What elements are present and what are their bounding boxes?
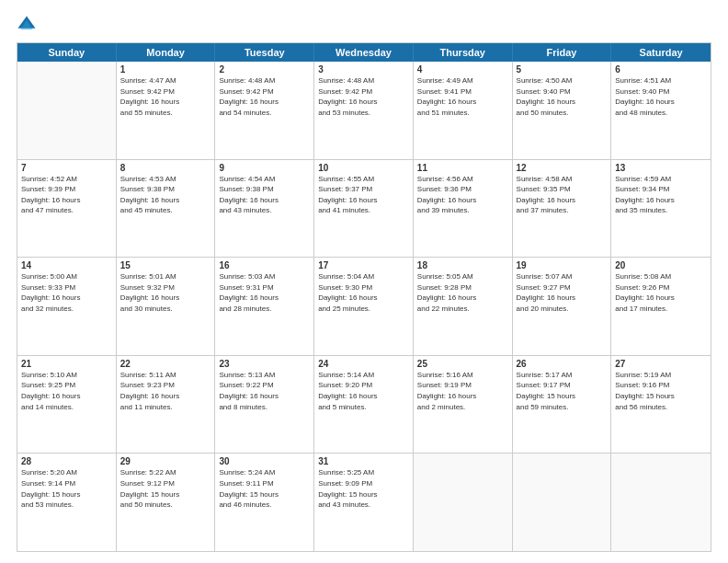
day-number: 16 — [219, 260, 310, 270]
calendar-row-2: 14Sunrise: 5:00 AM Sunset: 9:33 PM Dayli… — [17, 257, 711, 355]
cell-info: Sunrise: 4:50 AM Sunset: 9:40 PM Dayligh… — [517, 75, 608, 118]
day-number: 23 — [219, 359, 310, 369]
calendar-cell: 29Sunrise: 5:22 AM Sunset: 9:12 PM Dayli… — [117, 454, 216, 551]
cell-info: Sunrise: 5:19 AM Sunset: 9:16 PM Dayligh… — [615, 370, 707, 412]
calendar-cell: 20Sunrise: 5:08 AM Sunset: 9:26 PM Dayli… — [611, 258, 711, 355]
calendar-header-tuesday: Tuesday — [215, 43, 314, 62]
day-number: 12 — [517, 163, 608, 173]
calendar-cell: 11Sunrise: 4:56 AM Sunset: 9:36 PM Dayli… — [414, 160, 513, 258]
calendar-cell: 7Sunrise: 4:52 AM Sunset: 9:39 PM Daylig… — [17, 160, 117, 258]
calendar-cell: 25Sunrise: 5:16 AM Sunset: 9:19 PM Dayli… — [414, 356, 513, 454]
calendar-cell: 2Sunrise: 4:48 AM Sunset: 9:42 PM Daylig… — [215, 62, 314, 159]
calendar-body: 1Sunrise: 4:47 AM Sunset: 9:42 PM Daylig… — [17, 62, 711, 551]
cell-info: Sunrise: 5:20 AM Sunset: 9:14 PM Dayligh… — [21, 467, 112, 510]
cell-info: Sunrise: 4:59 AM Sunset: 9:34 PM Dayligh… — [615, 174, 707, 216]
day-number: 21 — [21, 359, 112, 369]
logo-icon — [17, 15, 37, 35]
day-number: 10 — [318, 163, 409, 173]
day-number: 11 — [417, 163, 508, 173]
day-number: 6 — [615, 64, 707, 75]
day-number: 7 — [21, 163, 112, 173]
calendar-cell: 27Sunrise: 5:19 AM Sunset: 9:16 PM Dayli… — [611, 356, 711, 454]
calendar-row-4: 28Sunrise: 5:20 AM Sunset: 9:14 PM Dayli… — [17, 453, 711, 551]
cell-info: Sunrise: 4:55 AM Sunset: 9:37 PM Dayligh… — [318, 174, 409, 216]
day-number: 28 — [21, 456, 112, 466]
cell-info: Sunrise: 4:52 AM Sunset: 9:39 PM Dayligh… — [21, 174, 112, 216]
day-number: 22 — [120, 359, 211, 369]
cell-info: Sunrise: 5:25 AM Sunset: 9:09 PM Dayligh… — [318, 467, 409, 510]
cell-info: Sunrise: 5:13 AM Sunset: 9:22 PM Dayligh… — [219, 370, 310, 412]
day-number: 26 — [517, 359, 608, 369]
day-number: 17 — [318, 260, 409, 270]
cell-info: Sunrise: 5:03 AM Sunset: 9:31 PM Dayligh… — [219, 271, 310, 314]
cell-info: Sunrise: 4:54 AM Sunset: 9:38 PM Dayligh… — [219, 174, 310, 216]
day-number: 3 — [318, 64, 409, 75]
day-number: 9 — [219, 163, 310, 173]
day-number: 29 — [120, 456, 211, 466]
calendar-cell: 17Sunrise: 5:04 AM Sunset: 9:30 PM Dayli… — [314, 258, 414, 355]
cell-info: Sunrise: 5:24 AM Sunset: 9:11 PM Dayligh… — [219, 467, 310, 510]
calendar-cell: 15Sunrise: 5:01 AM Sunset: 9:32 PM Dayli… — [117, 258, 216, 355]
calendar-cell — [414, 454, 513, 551]
cell-info: Sunrise: 4:56 AM Sunset: 9:36 PM Dayligh… — [417, 174, 508, 216]
cell-info: Sunrise: 5:00 AM Sunset: 9:33 PM Dayligh… — [21, 271, 112, 314]
day-number: 30 — [219, 456, 310, 466]
day-number: 8 — [120, 163, 211, 173]
calendar-cell: 12Sunrise: 4:58 AM Sunset: 9:35 PM Dayli… — [513, 160, 612, 258]
calendar-row-3: 21Sunrise: 5:10 AM Sunset: 9:25 PM Dayli… — [17, 355, 711, 454]
calendar-cell: 9Sunrise: 4:54 AM Sunset: 9:38 PM Daylig… — [215, 160, 314, 258]
calendar-cell: 16Sunrise: 5:03 AM Sunset: 9:31 PM Dayli… — [215, 258, 314, 355]
day-number: 19 — [517, 260, 608, 270]
calendar-header-monday: Monday — [117, 43, 216, 62]
cell-info: Sunrise: 4:47 AM Sunset: 9:42 PM Dayligh… — [120, 75, 211, 118]
calendar-cell: 21Sunrise: 5:10 AM Sunset: 9:25 PM Dayli… — [17, 356, 117, 454]
day-number: 4 — [417, 64, 508, 75]
calendar-cell: 18Sunrise: 5:05 AM Sunset: 9:28 PM Dayli… — [414, 258, 513, 355]
cell-info: Sunrise: 5:16 AM Sunset: 9:19 PM Dayligh… — [417, 370, 508, 412]
day-number: 5 — [517, 64, 608, 75]
calendar-cell: 5Sunrise: 4:50 AM Sunset: 9:40 PM Daylig… — [513, 62, 612, 159]
day-number: 18 — [417, 260, 508, 270]
calendar-cell: 8Sunrise: 4:53 AM Sunset: 9:38 PM Daylig… — [117, 160, 216, 258]
calendar-cell: 6Sunrise: 4:51 AM Sunset: 9:40 PM Daylig… — [611, 62, 711, 159]
cell-info: Sunrise: 5:05 AM Sunset: 9:28 PM Dayligh… — [417, 271, 508, 314]
calendar-cell — [513, 454, 612, 551]
calendar-header-saturday: Saturday — [611, 43, 711, 62]
calendar-cell: 10Sunrise: 4:55 AM Sunset: 9:37 PM Dayli… — [314, 160, 414, 258]
cell-info: Sunrise: 5:08 AM Sunset: 9:26 PM Dayligh… — [615, 271, 707, 314]
calendar: SundayMondayTuesdayWednesdayThursdayFrid… — [17, 42, 711, 552]
calendar-cell: 4Sunrise: 4:49 AM Sunset: 9:41 PM Daylig… — [414, 62, 513, 159]
cell-info: Sunrise: 5:14 AM Sunset: 9:20 PM Dayligh… — [318, 370, 409, 412]
calendar-cell: 22Sunrise: 5:11 AM Sunset: 9:23 PM Dayli… — [117, 356, 216, 454]
cell-info: Sunrise: 4:48 AM Sunset: 9:42 PM Dayligh… — [219, 75, 310, 118]
day-number: 27 — [615, 359, 707, 369]
calendar-row-0: 1Sunrise: 4:47 AM Sunset: 9:42 PM Daylig… — [17, 62, 711, 159]
calendar-header-thursday: Thursday — [414, 43, 513, 62]
day-number: 31 — [318, 456, 409, 466]
cell-info: Sunrise: 4:58 AM Sunset: 9:35 PM Dayligh… — [517, 174, 608, 216]
calendar-cell — [17, 62, 117, 159]
cell-info: Sunrise: 4:51 AM Sunset: 9:40 PM Dayligh… — [615, 75, 707, 118]
cell-info: Sunrise: 5:07 AM Sunset: 9:27 PM Dayligh… — [517, 271, 608, 314]
cell-info: Sunrise: 4:53 AM Sunset: 9:38 PM Dayligh… — [120, 174, 211, 216]
calendar-cell: 28Sunrise: 5:20 AM Sunset: 9:14 PM Dayli… — [17, 454, 117, 551]
calendar-header-wednesday: Wednesday — [314, 43, 414, 62]
calendar-cell: 30Sunrise: 5:24 AM Sunset: 9:11 PM Dayli… — [215, 454, 314, 551]
cell-info: Sunrise: 5:04 AM Sunset: 9:30 PM Dayligh… — [318, 271, 409, 314]
day-number: 2 — [219, 64, 310, 75]
calendar-cell — [611, 454, 711, 551]
calendar-cell: 14Sunrise: 5:00 AM Sunset: 9:33 PM Dayli… — [17, 258, 117, 355]
day-number: 14 — [21, 260, 112, 270]
day-number: 15 — [120, 260, 211, 270]
day-number: 25 — [417, 359, 508, 369]
cell-info: Sunrise: 4:48 AM Sunset: 9:42 PM Dayligh… — [318, 75, 409, 118]
calendar-cell: 23Sunrise: 5:13 AM Sunset: 9:22 PM Dayli… — [215, 356, 314, 454]
cell-info: Sunrise: 5:11 AM Sunset: 9:23 PM Dayligh… — [120, 370, 211, 412]
calendar-header-sunday: Sunday — [17, 43, 117, 62]
cell-info: Sunrise: 5:01 AM Sunset: 9:32 PM Dayligh… — [120, 271, 211, 314]
cell-info: Sunrise: 5:17 AM Sunset: 9:17 PM Dayligh… — [517, 370, 608, 412]
calendar-header-friday: Friday — [513, 43, 612, 62]
day-number: 20 — [615, 260, 707, 270]
calendar-cell: 26Sunrise: 5:17 AM Sunset: 9:17 PM Dayli… — [513, 356, 612, 454]
calendar-cell: 24Sunrise: 5:14 AM Sunset: 9:20 PM Dayli… — [314, 356, 414, 454]
